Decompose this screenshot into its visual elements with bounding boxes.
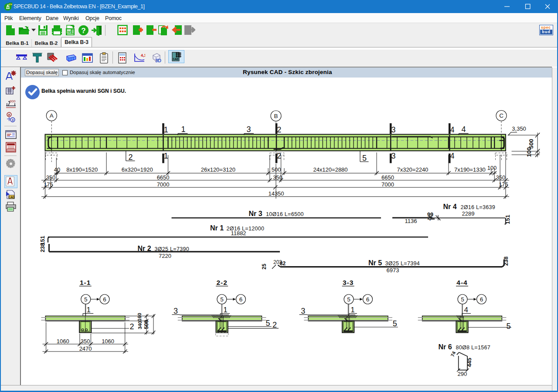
svg-text:4: 4 — [450, 125, 454, 134]
svg-text:?: ? — [81, 27, 85, 35]
svg-text:290: 290 — [458, 371, 467, 377]
svg-text:3: 3 — [301, 307, 305, 315]
svg-text:7000: 7000 — [157, 181, 170, 188]
svg-text:2: 2 — [272, 321, 277, 329]
svg-text:100: 100 — [526, 147, 532, 157]
svg-text:3Ø25 L=7394: 3Ø25 L=7394 — [385, 260, 420, 267]
svg-text:7220: 7220 — [159, 253, 171, 259]
svg-text:3: 3 — [246, 125, 251, 134]
svg-text:25: 25 — [261, 264, 267, 270]
svg-text:3,350: 3,350 — [512, 125, 526, 132]
svg-text:4: 4 — [450, 152, 454, 160]
svg-text:Nr 5: Nr 5 — [368, 259, 382, 267]
svg-text:175: 175 — [499, 181, 508, 188]
svg-text:26x120=3120: 26x120=3120 — [201, 166, 235, 173]
svg-text:11882: 11882 — [231, 230, 246, 237]
svg-text:6650: 6650 — [381, 174, 394, 181]
svg-text:6: 6 — [103, 296, 106, 303]
svg-text:3: 3 — [174, 307, 178, 315]
svg-text:238: 238 — [503, 257, 509, 266]
svg-text:14350: 14350 — [268, 190, 284, 197]
svg-text:2: 2 — [277, 125, 281, 134]
svg-text:238: 238 — [39, 243, 46, 253]
svg-text:3: 3 — [12, 118, 14, 122]
svg-text:2289: 2289 — [462, 210, 475, 217]
svg-text:Nr 2: Nr 2 — [137, 245, 151, 252]
svg-text:CAD: CAD — [8, 196, 14, 199]
svg-text:4: 4 — [461, 125, 466, 134]
svg-text:1: 1 — [87, 306, 91, 314]
svg-text:2470: 2470 — [79, 345, 92, 352]
svg-text:1: 1 — [164, 125, 168, 134]
svg-text:350: 350 — [81, 338, 90, 345]
svg-text:3Ø25 L=7390: 3Ø25 L=7390 — [155, 246, 189, 252]
svg-text:2-2: 2-2 — [216, 279, 227, 286]
svg-text:Nr 4: Nr 4 — [443, 203, 456, 210]
svg-text:1: 1 — [350, 306, 354, 314]
svg-text:C: C — [499, 112, 504, 119]
svg-text:2: 2 — [128, 153, 133, 162]
svg-text:175: 175 — [44, 181, 53, 188]
svg-text:W: W — [67, 30, 71, 34]
svg-text:6: 6 — [366, 296, 370, 303]
svg-text:5: 5 — [347, 296, 350, 303]
svg-text:151: 151 — [504, 215, 511, 224]
svg-text:350: 350 — [496, 174, 506, 181]
svg-text:80Ø8 L=1567: 80Ø8 L=1567 — [456, 345, 490, 351]
svg-text:7x190=1330: 7x190=1330 — [454, 166, 486, 173]
svg-text:40: 40 — [54, 166, 60, 173]
svg-text:6: 6 — [480, 296, 483, 303]
svg-text:1: 1 — [223, 306, 227, 314]
svg-text:2Ø16 L=3639: 2Ø16 L=3639 — [461, 204, 495, 210]
svg-text:CAD: CAD — [173, 57, 179, 61]
svg-text:500: 500 — [272, 166, 281, 173]
svg-text:5: 5 — [393, 319, 397, 328]
svg-text:B: B — [274, 113, 278, 119]
svg-text:500: 500 — [143, 320, 150, 329]
svg-text:3-3: 3-3 — [343, 279, 354, 286]
svg-text:74: 74 — [449, 350, 456, 358]
svg-text:1136: 1136 — [405, 218, 417, 224]
svg-text:7x320=2240: 7x320=2240 — [397, 166, 428, 173]
svg-text:6973: 6973 — [387, 267, 399, 274]
svg-text:5: 5 — [362, 154, 367, 162]
svg-text:350: 350 — [273, 174, 282, 181]
svg-text:350: 350 — [46, 174, 56, 181]
svg-text:5: 5 — [265, 319, 270, 328]
svg-text:24x120=2880: 24x120=2880 — [313, 166, 347, 173]
svg-text:Nr 1: Nr 1 — [210, 224, 224, 232]
svg-text:10Ø16 L=6500: 10Ø16 L=6500 — [266, 211, 304, 217]
svg-text:82: 82 — [280, 260, 286, 267]
svg-text:3: 3 — [391, 152, 395, 160]
svg-text:1-1: 1-1 — [80, 279, 91, 286]
svg-text:4,1: 4,1 — [141, 53, 145, 57]
svg-text:1: 1 — [181, 125, 185, 134]
svg-text:Nr 6: Nr 6 — [438, 343, 452, 351]
svg-text:Nr 3: Nr 3 — [248, 210, 262, 217]
svg-text:000: 000 — [10, 99, 16, 103]
svg-text:6: 6 — [239, 296, 243, 303]
svg-text:160: 160 — [137, 313, 142, 321]
svg-text:2: 2 — [277, 152, 281, 160]
svg-text:4-4: 4-4 — [456, 279, 467, 286]
svg-text:7000: 7000 — [381, 181, 394, 188]
svg-text:A: A — [50, 112, 54, 119]
svg-text:445: 445 — [466, 358, 473, 367]
svg-text:4: 4 — [464, 306, 468, 314]
svg-text:8x190=1520: 8x190=1520 — [66, 166, 98, 173]
svg-text:2: 2 — [129, 322, 134, 331]
svg-text:6650: 6650 — [157, 174, 170, 181]
svg-text:5: 5 — [506, 322, 510, 331]
svg-text:5: 5 — [220, 296, 224, 303]
svg-text:1060: 1060 — [57, 338, 69, 345]
svg-text:1: 1 — [164, 152, 168, 160]
svg-text:A: A — [8, 113, 10, 117]
svg-text:100: 100 — [487, 165, 497, 171]
svg-text:340: 340 — [137, 321, 143, 329]
svg-text:5: 5 — [84, 296, 88, 303]
svg-text:1060: 1060 — [102, 338, 114, 345]
svg-text:3: 3 — [391, 125, 395, 134]
svg-text:6x320=1920: 6x320=1920 — [122, 166, 153, 173]
svg-text:3D: 3D — [155, 58, 161, 63]
svg-text:5: 5 — [461, 296, 464, 303]
